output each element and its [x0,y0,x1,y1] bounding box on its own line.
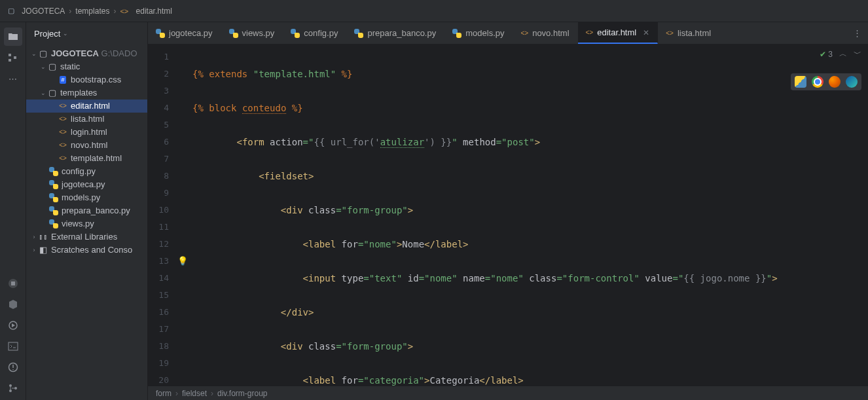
html-file-icon: <> [58,152,68,165]
pycharm-icon[interactable] [795,76,806,88]
python-file-icon [354,29,363,38]
html-file-icon: <> [58,100,68,113]
svg-point-6 [9,384,12,387]
svg-rect-1 [9,59,11,62]
chevron-down-icon[interactable]: ﹀ [854,48,861,60]
tab-editar[interactable]: <>editar.html✕ [578,22,659,44]
tree-external-libraries[interactable]: ›⫾⫾External Libraries [26,230,147,244]
svg-rect-2 [14,56,16,59]
chevron-up-icon[interactable]: ︿ [839,48,847,60]
tree-file[interactable]: <>editar.html [26,100,147,113]
titlebar: ▢ JOGOTECA › templates › <> editar.html [0,0,868,22]
chevron-down-icon: ⌄ [63,30,68,37]
browser-preview-pill [791,73,861,90]
separator-icon: › [113,7,116,16]
python-file-icon [452,29,461,38]
tab-overflow-menu[interactable]: ⋮ [846,22,868,44]
python-file-icon [229,29,238,38]
check-icon: ✔ [820,50,826,59]
tree-file[interactable]: views.py [26,217,147,230]
tree-root[interactable]: ⌄▢JOGOTECA G:\DADO [26,47,147,60]
tree-folder-templates[interactable]: ⌄▢templates [26,86,147,100]
python-file-icon [49,180,58,189]
packages-icon[interactable] [4,295,22,314]
tree-scratches[interactable]: ›◧Scratches and Conso [26,244,147,257]
tree-file[interactable]: config.py [26,165,147,178]
separator-icon: › [69,7,71,16]
vcs-icon[interactable] [4,379,22,397]
html-file-icon: <> [58,139,68,152]
svg-point-7 [9,390,12,392]
folder-icon: ▢ [8,7,14,15]
line-number-gutter: 1234567891011121314151617181920 [148,45,175,386]
css-file-icon: # [60,76,65,84]
html-file-icon: <> [120,7,128,15]
project-panel-header[interactable]: Project⌄ [26,22,147,45]
python-console-icon[interactable] [4,274,22,293]
terminal-icon[interactable] [4,337,22,355]
breadcrumb-item[interactable]: form [156,389,172,398]
tab-models[interactable]: models.py [444,22,513,44]
html-file-icon: <> [666,29,674,37]
problems-icon[interactable] [4,358,22,376]
svg-rect-4 [9,342,18,350]
tree-file[interactable]: models.py [26,191,147,204]
html-file-icon: <> [58,126,68,139]
inspection-widget[interactable]: ✔3 ︿ ﹀ [820,48,861,60]
breadcrumb-item[interactable]: div.form-group [217,389,267,398]
breadcrumb-root[interactable]: ▢ JOGOTECA [8,7,65,16]
tree-file[interactable]: prepara_banco.py [26,204,147,217]
tree-file[interactable]: <>novo.html [26,139,147,152]
editor-tabbar: jogoteca.py views.py config.py prepara_b… [148,22,868,45]
tab-prepara-banco[interactable]: prepara_banco.py [346,22,444,44]
breadcrumb-item[interactable]: fieldset [182,389,207,398]
tree-file[interactable]: <>template.html [26,152,147,165]
services-icon[interactable] [4,316,22,335]
tree-file[interactable]: <>lista.html [26,113,147,126]
python-file-icon [49,206,58,215]
chrome-icon[interactable] [812,76,823,88]
tree-file[interactable]: <>login.html [26,126,147,139]
intention-bulb-icon[interactable]: 💡 [177,253,188,270]
firefox-icon[interactable] [829,76,841,88]
edge-icon[interactable] [846,76,858,88]
separator-icon: › [211,389,213,398]
tab-jogoteca[interactable]: jogoteca.py [148,22,221,44]
tool-window-bar: ⋯ [0,22,26,400]
tree-folder-static[interactable]: ⌄▢static [26,60,147,73]
python-file-icon [49,193,58,202]
tab-config[interactable]: config.py [283,22,346,44]
tree-file[interactable]: #bootstrap.css [26,73,147,86]
breadcrumb-folder[interactable]: templates [75,7,109,16]
tab-views[interactable]: views.py [221,22,283,44]
editor[interactable]: 1234567891011121314151617181920 💡 {% ext… [148,45,868,386]
close-icon[interactable]: ✕ [643,28,649,37]
python-file-icon [291,29,300,38]
html-file-icon: <> [520,29,528,37]
structure-tool-icon[interactable] [4,48,22,67]
more-tool-icon[interactable]: ⋯ [4,69,22,88]
editor-breadcrumbs: form › fieldset › div.form-group [148,386,868,400]
separator-icon: › [175,389,178,398]
tree-file[interactable]: jogoteca.py [26,178,147,191]
html-file-icon: <> [586,29,594,36]
html-file-icon: <> [58,113,68,126]
project-tree[interactable]: ⌄▢JOGOTECA G:\DADO ⌄▢static #bootstrap.c… [26,45,147,259]
python-file-icon [49,219,58,228]
tab-novo[interactable]: <>novo.html [513,22,577,44]
project-tool-icon[interactable] [4,27,22,46]
svg-point-8 [14,387,17,390]
tab-lista[interactable]: <>lista.html [658,22,719,44]
python-file-icon [156,29,165,38]
python-file-icon [49,167,58,176]
project-panel: Project⌄ ⌄▢JOGOTECA G:\DADO ⌄▢static #bo… [26,22,148,400]
code-area[interactable]: {% extends "template.html" %} {% block c… [190,45,868,386]
breadcrumb-file[interactable]: <> editar.html [120,7,172,16]
svg-rect-0 [9,54,11,56]
gutter-icons: 💡 [175,45,190,386]
